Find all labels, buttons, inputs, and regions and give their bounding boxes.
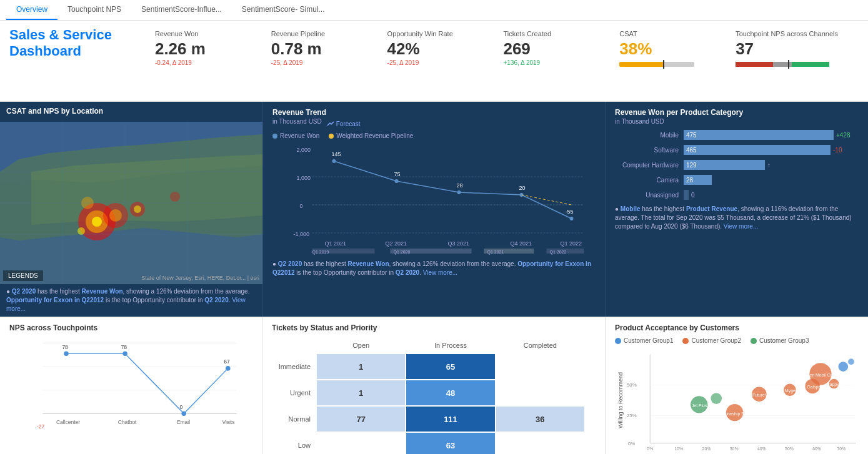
bottom-panels: NPS across Touchpoints 78 78 0 67 -27 xyxy=(0,317,868,454)
product-delta-hardware: ↑ xyxy=(767,162,771,169)
svg-text:50%: 50% xyxy=(627,382,637,388)
svg-point-53 xyxy=(64,352,69,357)
product-title: Revenue Won per Product Category xyxy=(615,108,859,117)
kpi-nps-channels: Touchpoint NPS across Channels 37 xyxy=(736,30,838,67)
ticket-cell-low-in-process: 63 xyxy=(406,433,494,454)
kpi-delta-revenue-won: -0.24, Δ 2019 xyxy=(155,59,230,66)
ticket-cell-immediate-open: 1 xyxy=(317,354,405,379)
svg-point-5 xyxy=(109,209,122,222)
svg-text:Mygen: Mygen xyxy=(785,388,798,393)
revenue-subtitle: in Thousand USD xyxy=(272,118,322,125)
revenue-title: Revenue Trend xyxy=(272,108,596,117)
dashboard-title: Sales & Service Dashboard xyxy=(9,27,134,60)
legend-weighted-pipeline: Weighted Revenue Pipeline xyxy=(329,132,413,139)
csat-bar xyxy=(619,62,694,67)
product-bar-camera: 28 xyxy=(684,175,712,185)
svg-point-26 xyxy=(457,190,461,194)
forecast-icon xyxy=(327,121,334,128)
scatter-y-label: Willing to Recommend xyxy=(617,372,624,428)
svg-point-9 xyxy=(77,227,85,235)
svg-point-97 xyxy=(848,358,854,365)
kpi-delta-tickets-created: +136, Δ 2019 xyxy=(503,59,578,66)
svg-text:-55: -55 xyxy=(566,209,574,215)
svg-point-3 xyxy=(92,217,102,227)
product-note: ● Mobile has the highest Product Revenue… xyxy=(615,205,859,231)
kpi-value-revenue-pipeline: 0.78 m xyxy=(271,40,346,58)
svg-text:20%: 20% xyxy=(702,447,711,451)
svg-text:60%: 60% xyxy=(812,447,821,451)
map-note: ● Q2 2020 has the highest Revenue Won, s… xyxy=(0,284,262,317)
map-legends: LEGENDS xyxy=(3,270,43,281)
svg-text:Q1 2021: Q1 2021 xyxy=(325,240,347,247)
product-bar-mobile: 475 xyxy=(684,130,834,140)
legend-dot-group2 xyxy=(682,338,689,344)
svg-text:Q1 2020: Q1 2020 xyxy=(394,250,411,255)
svg-text:28: 28 xyxy=(457,182,463,189)
product-bar-row-software: Software 465 -10 xyxy=(615,145,859,155)
panel-acceptance: Product Acceptance by Customers Customer… xyxy=(606,317,868,454)
product-label-camera: Camera xyxy=(615,177,684,184)
nav-tab-1[interactable]: Touchpoint NPS xyxy=(57,0,131,20)
svg-point-56 xyxy=(226,366,231,371)
svg-point-28 xyxy=(570,217,574,220)
svg-text:FutureVision: FutureVision xyxy=(752,393,777,397)
product-view-more[interactable]: View more... xyxy=(724,223,758,230)
product-bar-row-camera: Camera 28 xyxy=(615,175,859,185)
nps-bar-green xyxy=(792,62,829,67)
product-bar-unassigned xyxy=(684,190,689,200)
kpi-opp-win-rate: Opportunity Win Rate 42% -25, Δ 2019 xyxy=(387,30,462,66)
svg-text:2,000: 2,000 xyxy=(297,147,311,153)
ticket-row-low: Low xyxy=(272,433,316,454)
legend-group3: Customer Group3 xyxy=(751,337,809,344)
tickets-title: Tickets by Status and Priority xyxy=(272,323,596,332)
svg-point-54 xyxy=(122,352,127,357)
product-value-unassigned: 0 xyxy=(691,192,695,199)
scatter-svg: 50% 25% 0% 0% 10% 20% 30% 40% 50% 60% 70… xyxy=(626,347,859,453)
nav-tab-2[interactable]: SentimentScore-Influe... xyxy=(131,0,232,20)
legend-label-group1: Customer Group1 xyxy=(624,337,673,344)
svg-text:Happy Packers: Happy Packers xyxy=(827,382,856,387)
product-label-software: Software xyxy=(615,147,684,154)
revenue-view-more[interactable]: View more... xyxy=(423,269,457,276)
panel-revenue: Revenue Trend in Thousand USD Forecast R… xyxy=(262,102,606,317)
page-title: Sales & Service Dashboard xyxy=(9,27,134,60)
revenue-chart-svg: 2,000 1,000 0 -1,000 145 75 28 20 -55 xyxy=(272,142,596,255)
product-bar-software: 465 xyxy=(684,145,831,155)
svg-text:Q2 2021: Q2 2021 xyxy=(386,240,407,247)
product-delta-software: -10 xyxy=(833,147,842,154)
svg-text:67: 67 xyxy=(224,358,230,365)
legend-group2: Customer Group2 xyxy=(682,337,741,344)
ticket-cell-low-open xyxy=(317,433,405,454)
product-bar-hardware: 129 xyxy=(684,160,765,170)
main-panels: CSAT and NPS by Location xyxy=(0,102,868,317)
nav-tab-0[interactable]: Overview xyxy=(6,0,57,20)
svg-line-34 xyxy=(522,195,572,205)
ticket-cell-urgent-completed xyxy=(496,380,584,405)
kpi-label-tickets-created: Tickets Created xyxy=(503,30,578,37)
nps-title: NPS across Touchpoints xyxy=(9,323,252,332)
y-axis-label-container: Willing to Recommend xyxy=(615,347,626,453)
svg-text:20: 20 xyxy=(519,185,526,191)
panel-nps: NPS across Touchpoints 78 78 0 67 -27 xyxy=(0,317,262,454)
product-value-mobile: 475 xyxy=(684,132,699,139)
svg-text:Zen Mobil Corporation: Zen Mobil Corporation xyxy=(807,373,850,378)
product-delta-mobile: +428 xyxy=(836,132,851,139)
product-value-software: 465 xyxy=(684,147,699,154)
nav-tab-3[interactable]: SentimentScore- Simul... xyxy=(232,0,335,20)
svg-text:Visits: Visits xyxy=(222,419,234,425)
ticket-col-in-process: In Process xyxy=(406,337,494,353)
kpi-delta-revenue-pipeline: -25, Δ 2019 xyxy=(271,59,346,66)
svg-point-7 xyxy=(134,205,141,213)
svg-point-96 xyxy=(839,362,849,372)
ticket-grid: Open In Process Completed Immediate 1 65… xyxy=(272,337,584,454)
svg-text:Q1 2022: Q1 2022 xyxy=(550,250,567,255)
acceptance-title: Product Acceptance by Customers xyxy=(615,323,859,332)
legend-dot-group3 xyxy=(751,338,757,344)
svg-point-24 xyxy=(332,159,336,163)
panel-tickets: Tickets by Status and Priority Open In P… xyxy=(262,317,606,454)
kpi-value-tickets-created: 269 xyxy=(503,40,578,58)
svg-text:0%: 0% xyxy=(647,447,654,451)
svg-text:70%: 70% xyxy=(837,447,846,451)
legend-dot-pipeline xyxy=(329,134,334,139)
ticket-cell-immediate-in-process: 65 xyxy=(406,354,494,379)
